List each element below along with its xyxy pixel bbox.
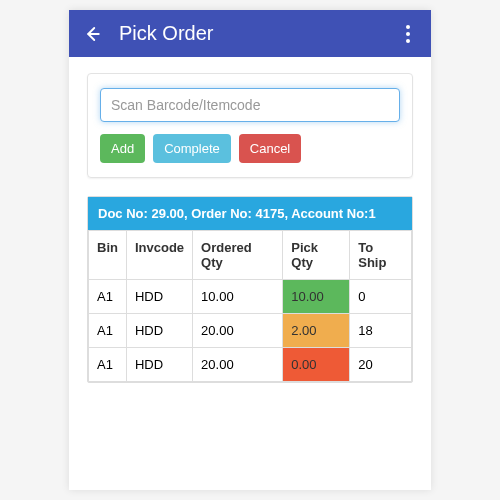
col-pick: Pick Qty (283, 231, 350, 280)
cell-toship: 0 (350, 280, 412, 314)
cell-ordered: 20.00 (193, 314, 283, 348)
doc-header: Doc No: 29.00, Order No: 4175, Account N… (88, 197, 412, 230)
cell-bin: A1 (89, 314, 127, 348)
scan-card: Add Complete Cancel (87, 73, 413, 178)
col-bin: Bin (89, 231, 127, 280)
cell-pick[interactable]: 0.00 (283, 348, 350, 382)
cell-toship: 20 (350, 348, 412, 382)
col-toship: To Ship (350, 231, 412, 280)
cancel-button[interactable]: Cancel (239, 134, 301, 163)
cell-bin: A1 (89, 280, 127, 314)
scan-input[interactable] (100, 88, 400, 122)
table-row[interactable]: A1HDD20.000.0020 (89, 348, 412, 382)
table-row[interactable]: A1HDD20.002.0018 (89, 314, 412, 348)
overflow-menu-icon[interactable] (399, 25, 417, 43)
cell-invcode: HDD (126, 280, 192, 314)
cell-ordered: 20.00 (193, 348, 283, 382)
cell-pick[interactable]: 2.00 (283, 314, 350, 348)
cell-bin: A1 (89, 348, 127, 382)
add-button[interactable]: Add (100, 134, 145, 163)
cell-ordered: 10.00 (193, 280, 283, 314)
cell-invcode: HDD (126, 314, 192, 348)
content-area: Add Complete Cancel Doc No: 29.00, Order… (69, 57, 431, 399)
doc-card: Doc No: 29.00, Order No: 4175, Account N… (87, 196, 413, 383)
table-header-row: Bin Invcode Ordered Qty Pick Qty To Ship (89, 231, 412, 280)
items-table: Bin Invcode Ordered Qty Pick Qty To Ship… (88, 230, 412, 382)
page-title: Pick Order (119, 22, 381, 45)
back-icon[interactable] (83, 25, 101, 43)
action-buttons: Add Complete Cancel (100, 134, 400, 163)
app-bar: Pick Order (69, 10, 431, 57)
col-ordered: Ordered Qty (193, 231, 283, 280)
cell-toship: 18 (350, 314, 412, 348)
app-screen: Pick Order Add Complete Cancel Doc No: 2… (69, 10, 431, 490)
complete-button[interactable]: Complete (153, 134, 231, 163)
cell-pick[interactable]: 10.00 (283, 280, 350, 314)
cell-invcode: HDD (126, 348, 192, 382)
col-invcode: Invcode (126, 231, 192, 280)
table-row[interactable]: A1HDD10.0010.000 (89, 280, 412, 314)
